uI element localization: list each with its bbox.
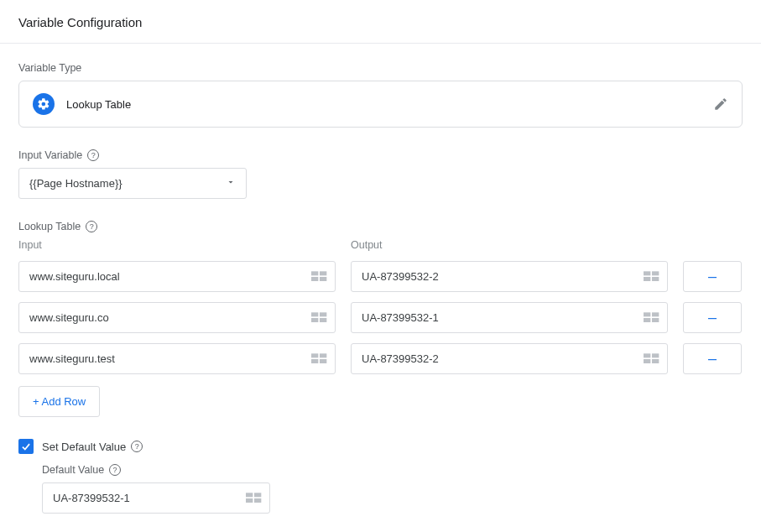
set-default-checkbox[interactable] — [18, 439, 34, 454]
svg-rect-15 — [652, 318, 659, 322]
default-value-field[interactable] — [42, 482, 270, 514]
svg-rect-10 — [311, 318, 318, 322]
svg-rect-16 — [311, 353, 318, 357]
svg-rect-7 — [652, 277, 659, 281]
variable-picker-icon[interactable] — [305, 303, 335, 332]
input-variable-label: Input Variable ? — [18, 149, 743, 161]
variable-picker-icon[interactable] — [305, 344, 335, 373]
input-variable-label-text: Input Variable — [18, 149, 82, 161]
lookup-input-column-header: Input — [18, 239, 336, 251]
page-title: Variable Configuration — [18, 15, 743, 29]
svg-rect-12 — [644, 312, 650, 316]
help-icon[interactable]: ? — [86, 221, 97, 232]
remove-row-button[interactable]: – — [683, 261, 742, 292]
svg-rect-9 — [320, 312, 326, 316]
pencil-icon[interactable] — [713, 96, 728, 112]
set-default-label: Set Default Value ? — [42, 441, 143, 453]
gear-icon — [33, 93, 55, 115]
input-variable-value: {{Page Hostname}} — [29, 177, 122, 190]
variable-type-name: Lookup Table — [66, 98, 701, 111]
svg-rect-8 — [311, 312, 318, 316]
svg-rect-14 — [644, 318, 650, 322]
set-default-label-text: Set Default Value — [42, 441, 126, 453]
svg-rect-13 — [652, 312, 659, 316]
remove-row-button[interactable]: – — [683, 343, 742, 374]
divider — [0, 43, 761, 44]
variable-picker-icon[interactable] — [637, 303, 667, 332]
help-icon[interactable]: ? — [87, 149, 99, 161]
lookup-input[interactable] — [19, 262, 305, 291]
lookup-table-header: Input Output — [18, 239, 743, 251]
variable-picker-icon[interactable] — [637, 262, 667, 291]
svg-rect-5 — [652, 271, 659, 275]
remove-row-button[interactable]: – — [683, 302, 742, 333]
default-value-input[interactable] — [43, 483, 239, 513]
svg-rect-0 — [311, 271, 318, 275]
lookup-output[interactable] — [352, 344, 637, 373]
svg-rect-21 — [652, 353, 659, 357]
lookup-output-field[interactable] — [351, 261, 668, 292]
help-icon[interactable]: ? — [109, 464, 121, 476]
svg-rect-2 — [311, 277, 318, 281]
svg-rect-17 — [320, 353, 326, 357]
variable-type-card[interactable]: Lookup Table — [18, 81, 743, 128]
svg-rect-26 — [246, 498, 253, 503]
svg-rect-18 — [311, 359, 318, 363]
table-row: – — [18, 302, 743, 333]
svg-rect-11 — [320, 318, 326, 322]
lookup-table-label: Lookup Table ? — [18, 221, 743, 232]
svg-rect-20 — [644, 353, 650, 357]
variable-picker-icon[interactable] — [305, 262, 335, 291]
variable-picker-icon[interactable] — [637, 344, 667, 373]
lookup-output-field[interactable] — [351, 302, 668, 333]
svg-rect-24 — [246, 493, 253, 497]
input-variable-select[interactable]: {{Page Hostname}} — [18, 168, 247, 199]
variable-type-label-text: Variable Type — [18, 62, 81, 74]
lookup-input-field[interactable] — [18, 302, 336, 333]
table-row: – — [18, 261, 743, 292]
svg-rect-22 — [644, 359, 650, 363]
svg-rect-27 — [254, 498, 261, 503]
lookup-output[interactable] — [352, 303, 637, 332]
variable-picker-icon[interactable] — [239, 483, 269, 513]
svg-rect-4 — [644, 271, 650, 275]
chevron-down-icon — [226, 177, 236, 190]
lookup-input-field[interactable] — [18, 343, 336, 374]
lookup-table-label-text: Lookup Table — [18, 221, 81, 232]
default-value-label: Default Value ? — [42, 464, 743, 476]
table-row: – — [18, 343, 743, 374]
lookup-input-field[interactable] — [18, 261, 336, 292]
lookup-output-column-header: Output — [351, 239, 668, 251]
add-row-button[interactable]: + Add Row — [18, 386, 100, 417]
lookup-output-field[interactable] — [351, 343, 668, 374]
variable-type-label: Variable Type — [18, 62, 743, 74]
svg-rect-1 — [320, 271, 326, 275]
svg-rect-6 — [644, 277, 650, 281]
default-value-label-text: Default Value — [42, 464, 104, 476]
svg-rect-19 — [320, 359, 326, 363]
svg-rect-23 — [652, 359, 659, 363]
lookup-input[interactable] — [19, 344, 305, 373]
svg-rect-3 — [320, 277, 326, 281]
help-icon[interactable]: ? — [131, 441, 143, 452]
lookup-input[interactable] — [19, 303, 305, 332]
svg-rect-25 — [254, 493, 261, 497]
lookup-output[interactable] — [352, 262, 637, 291]
